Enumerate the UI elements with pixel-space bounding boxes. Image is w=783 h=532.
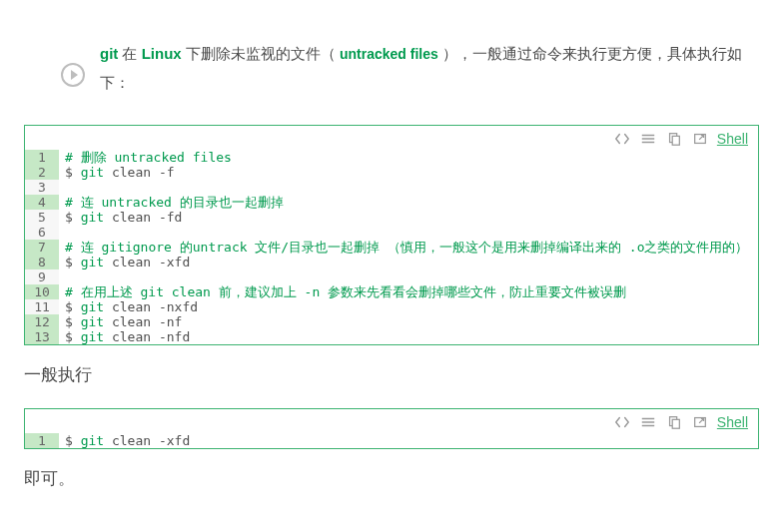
code-lines: 1$ git clean -xfd [25,433,758,448]
keyword-untracked-files: untracked files [340,46,438,62]
open-window-icon[interactable] [691,130,709,148]
code-line: 4# 连 untracked 的目录也一起删掉 [25,195,758,210]
intro-paragraph: git 在 Linux 下删除未监视的文件（ untracked files ）… [100,40,759,97]
line-content: # 连 untracked 的目录也一起删掉 [59,195,758,210]
code-line: 9 [25,269,758,284]
line-content: $ git clean -xfd [59,433,758,448]
code-line: 6 [25,225,758,240]
code-line: 5$ git clean -fd [25,210,758,225]
line-number: 4 [25,195,59,210]
line-number: 9 [25,269,59,284]
line-number: 7 [25,240,59,255]
end-paragraph: 即可。 [24,467,759,490]
keyword-git: git [100,45,118,62]
lines-icon[interactable] [639,130,657,148]
line-content: $ git clean -nfd [59,329,758,344]
line-content [59,269,758,284]
line-content [59,225,758,240]
line-number: 1 [25,433,59,448]
view-source-icon[interactable] [613,413,631,431]
code-line: 11$ git clean -nxfd [25,299,758,314]
line-content: $ git clean -nxfd [59,299,758,314]
code-language-label[interactable]: Shell [717,414,748,430]
line-content: $ git clean -f [59,165,758,180]
view-source-icon[interactable] [613,130,631,148]
line-number: 2 [25,165,59,180]
code-line: 1$ git clean -xfd [25,433,758,448]
line-content: # 连 gitignore 的untrack 文件/目录也一起删掉 （慎用，一般… [59,240,758,255]
code-toolbar: Shell [25,409,758,433]
code-toolbar: Shell [25,126,758,150]
keyword-linux: Linux [142,45,182,62]
code-line: 1# 删除 untracked files [25,150,758,165]
line-number: 11 [25,299,59,314]
line-content: $ git clean -fd [59,210,758,225]
lines-icon[interactable] [639,413,657,431]
line-content: # 删除 untracked files [59,150,758,165]
line-number: 8 [25,255,59,269]
code-line: 13$ git clean -nfd [25,329,758,344]
line-content: # 在用上述 git clean 前，建议加上 -n 参数来先看看会删掉哪些文件… [59,284,758,299]
line-content: $ git clean -nf [59,314,758,329]
line-number: 5 [25,210,59,225]
code-lines: 1# 删除 untracked files2$ git clean -f34# … [25,150,758,344]
svg-rect-5 [672,419,679,428]
line-number: 6 [25,225,59,240]
code-line: 7# 连 gitignore 的untrack 文件/目录也一起删掉 （慎用，一… [25,240,758,255]
line-number: 10 [25,284,59,299]
svg-rect-2 [672,136,679,145]
play-icon[interactable] [60,62,86,88]
line-content: $ git clean -xfd [59,255,758,269]
code-line: 8$ git clean -xfd [25,255,758,269]
mid-paragraph: 一般执行 [24,363,759,386]
code-line: 2$ git clean -f [25,165,758,180]
line-content [59,180,758,195]
line-number: 1 [25,150,59,165]
copy-icon[interactable] [665,130,683,148]
open-window-icon[interactable] [691,413,709,431]
code-block-main: Shell 1# 删除 untracked files2$ git clean … [24,125,759,345]
code-block-secondary: Shell 1$ git clean -xfd [24,408,759,449]
line-number: 12 [25,314,59,329]
code-line: 3 [25,180,758,195]
code-line: 12$ git clean -nf [25,314,758,329]
line-number: 3 [25,180,59,195]
line-number: 13 [25,329,59,344]
code-language-label[interactable]: Shell [717,131,748,147]
code-line: 10# 在用上述 git clean 前，建议加上 -n 参数来先看看会删掉哪些… [25,284,758,299]
copy-icon[interactable] [665,413,683,431]
